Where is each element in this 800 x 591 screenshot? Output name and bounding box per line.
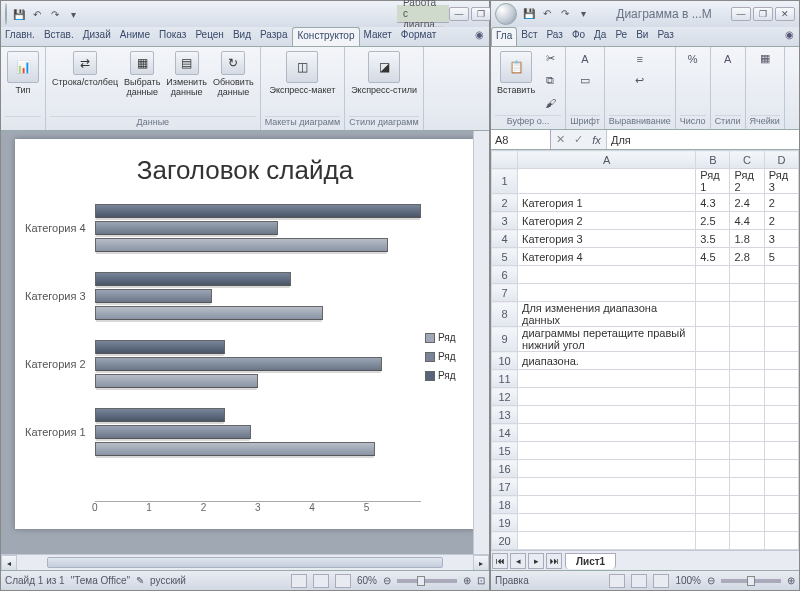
tab-view[interactable]: Ви <box>632 27 653 46</box>
cell[interactable]: Категория 2 <box>518 212 696 230</box>
slide-title[interactable]: Заголовок слайда <box>25 155 465 186</box>
tab-constructor[interactable]: Конструктор <box>292 27 359 46</box>
cell[interactable] <box>696 370 730 388</box>
pagebreak-view-icon[interactable] <box>653 574 669 588</box>
cell[interactable]: Ряд 1 <box>696 169 730 194</box>
cell[interactable] <box>730 388 764 406</box>
quick-style-button[interactable]: ◪ Экспресс-стили <box>349 49 419 97</box>
cell[interactable]: 2 <box>764 212 798 230</box>
cell[interactable] <box>518 514 696 532</box>
row-header[interactable]: 2 <box>492 194 518 212</box>
horizontal-scrollbar[interactable]: ◂ ▸ <box>1 554 489 570</box>
tab-dev[interactable]: Раз <box>653 27 678 46</box>
cell[interactable]: диаграммы перетащите правый нижний угол <box>518 327 696 352</box>
cell[interactable] <box>518 460 696 478</box>
minimize-button[interactable]: — <box>449 7 469 21</box>
row-header[interactable]: 18 <box>492 496 518 514</box>
tab-view[interactable]: Вид <box>229 27 256 46</box>
cell[interactable] <box>518 424 696 442</box>
cell[interactable] <box>764 266 798 284</box>
paste-button[interactable]: 📋 Вставить <box>495 49 537 97</box>
undo-icon[interactable]: ↶ <box>29 6 45 22</box>
undo-icon[interactable]: ↶ <box>539 6 555 22</box>
cut-icon[interactable]: ✂ <box>539 49 561 69</box>
tab-design[interactable]: Дизай <box>79 27 116 46</box>
cell[interactable]: 4.5 <box>696 248 730 266</box>
confirm-edit-icon[interactable]: ✓ <box>569 130 587 149</box>
row-header[interactable]: 4 <box>492 230 518 248</box>
cell[interactable]: диапазона. <box>518 352 696 370</box>
zoom-out-icon[interactable]: ⊖ <box>707 575 715 586</box>
cell[interactable] <box>764 370 798 388</box>
cell[interactable]: 3 <box>764 230 798 248</box>
tab-dev[interactable]: Разра <box>256 27 293 46</box>
cell[interactable] <box>764 460 798 478</box>
cell[interactable] <box>518 406 696 424</box>
zoom-value[interactable]: 60% <box>357 575 377 586</box>
row-header[interactable]: 7 <box>492 284 518 302</box>
restore-button[interactable]: ❐ <box>753 7 773 21</box>
slide[interactable]: Заголовок слайда Категория 4Категория 3К… <box>15 139 475 529</box>
office-button[interactable] <box>495 3 517 25</box>
cell[interactable] <box>696 514 730 532</box>
quick-layout-button[interactable]: ◫ Экспресс-макет <box>267 49 337 97</box>
cell[interactable] <box>696 532 730 550</box>
normal-view-icon[interactable] <box>291 574 307 588</box>
row-header[interactable]: 14 <box>492 424 518 442</box>
tab-layout[interactable]: Раз <box>543 27 568 46</box>
col-header[interactable]: B <box>696 151 730 169</box>
zoom-out-icon[interactable]: ⊖ <box>383 575 391 586</box>
minimize-button[interactable]: — <box>731 7 751 21</box>
row-header[interactable]: 3 <box>492 212 518 230</box>
select-all-corner[interactable] <box>492 151 518 169</box>
cell[interactable] <box>518 370 696 388</box>
cell[interactable]: Категория 3 <box>518 230 696 248</box>
zoom-slider[interactable] <box>721 579 781 583</box>
cell[interactable]: 1.8 <box>730 230 764 248</box>
row-header[interactable]: 19 <box>492 514 518 532</box>
select-data-button[interactable]: ▦ Выбрать данные <box>122 49 162 99</box>
cell[interactable] <box>764 532 798 550</box>
cell[interactable] <box>730 460 764 478</box>
tab-insert[interactable]: Встав. <box>40 27 79 46</box>
tab-review[interactable]: Рецен <box>191 27 229 46</box>
tab-review[interactable]: Ре <box>611 27 632 46</box>
row-header[interactable]: 5 <box>492 248 518 266</box>
restore-button[interactable]: ❐ <box>471 7 491 21</box>
cell[interactable] <box>696 424 730 442</box>
cell[interactable] <box>518 284 696 302</box>
save-icon[interactable]: 💾 <box>521 6 537 22</box>
cell[interactable]: Категория 1 <box>518 194 696 212</box>
chart-object[interactable]: Категория 4Категория 3Категория 2Категор… <box>25 194 465 519</box>
cell[interactable] <box>518 478 696 496</box>
tab-data[interactable]: Да <box>590 27 611 46</box>
cells-icon[interactable]: ▦ <box>754 49 776 69</box>
cell[interactable] <box>764 352 798 370</box>
row-header[interactable]: 8 <box>492 302 518 327</box>
close-button[interactable]: ✕ <box>775 7 795 21</box>
cancel-edit-icon[interactable]: ✕ <box>551 130 569 149</box>
chart-type-button[interactable]: 📊 Тип <box>5 49 41 97</box>
cell[interactable] <box>696 460 730 478</box>
cell[interactable] <box>696 284 730 302</box>
fit-icon[interactable]: ⊡ <box>477 575 485 586</box>
cell[interactable] <box>696 327 730 352</box>
row-header[interactable]: 12 <box>492 388 518 406</box>
edit-data-button[interactable]: ▤ Изменить данные <box>164 49 209 99</box>
cell[interactable] <box>764 478 798 496</box>
row-header[interactable]: 1 <box>492 169 518 194</box>
tab-layout[interactable]: Макет <box>360 27 397 46</box>
copy-icon[interactable]: ⧉ <box>539 71 561 91</box>
col-header[interactable]: C <box>730 151 764 169</box>
format-painter-icon[interactable]: 🖌 <box>539 93 561 113</box>
zoom-slider[interactable] <box>397 579 457 583</box>
row-header[interactable]: 10 <box>492 352 518 370</box>
cell[interactable] <box>764 302 798 327</box>
redo-icon[interactable]: ↷ <box>557 6 573 22</box>
normal-view-icon[interactable] <box>609 574 625 588</box>
zoom-in-icon[interactable]: ⊕ <box>787 575 795 586</box>
styles-icon[interactable]: A <box>717 49 739 69</box>
cell[interactable] <box>730 532 764 550</box>
cell[interactable]: Категория 4 <box>518 248 696 266</box>
cell[interactable] <box>518 266 696 284</box>
